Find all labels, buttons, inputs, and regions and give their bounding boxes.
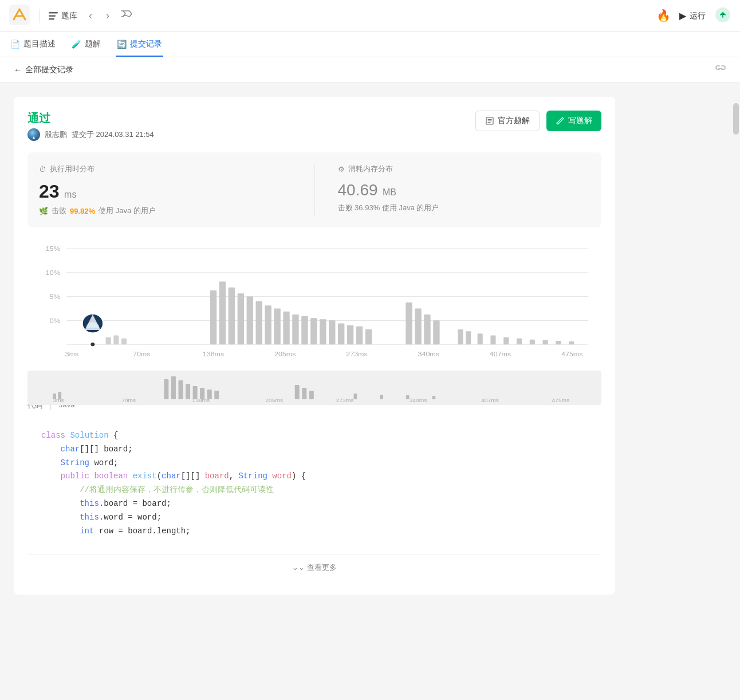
- tab-bar: 📄 题目描述 🧪 题解 🔄 提交记录: [0, 32, 740, 57]
- shuffle-icon[interactable]: [121, 10, 132, 22]
- svg-rect-46: [517, 339, 522, 344]
- run-play-icon: ▶: [679, 10, 686, 21]
- svg-text:407ms: 407ms: [481, 398, 499, 402]
- svg-rect-73: [302, 388, 306, 399]
- svg-rect-67: [186, 384, 190, 399]
- run-label: 运行: [690, 11, 706, 21]
- submission-card: 通过 殷志鹏 提交于 2024.03.31 21:54 官方题解 写题解: [14, 97, 615, 595]
- svg-rect-48: [543, 340, 548, 344]
- streak-icon[interactable]: 🔥: [654, 7, 670, 25]
- svg-rect-75: [354, 394, 357, 399]
- code-line-8: int row = board.length;: [41, 525, 588, 538]
- svg-text:475ms: 475ms: [561, 351, 583, 358]
- svg-rect-65: [171, 376, 176, 399]
- mem-value: 40.69: [338, 181, 378, 199]
- svg-rect-21: [229, 288, 235, 344]
- svg-rect-45: [503, 337, 509, 345]
- official-solution-label: 官方题解: [498, 116, 530, 126]
- submission-meta: 殷志鹏 提交于 2024.03.31 21:54: [27, 128, 154, 141]
- time-beat-desc: 使用 Java 的用户: [99, 206, 156, 216]
- svg-text:🔥: 🔥: [656, 9, 670, 22]
- svg-text:407ms: 407ms: [490, 351, 511, 358]
- svg-rect-2: [49, 15, 56, 17]
- svg-rect-32: [329, 320, 335, 344]
- upload-icon[interactable]: [715, 7, 731, 25]
- svg-rect-20: [219, 281, 226, 344]
- tab-description[interactable]: 📄 题目描述: [9, 32, 57, 57]
- next-arrow[interactable]: ›: [104, 7, 112, 24]
- avatar: [27, 128, 40, 141]
- mem-beat-row: 击败 36.93% 使用 Java 的用户: [338, 203, 591, 213]
- mem-stats: ⚙ 消耗内存分布 40.69 MB 击败 36.93% 使用 Java 的用户: [315, 164, 591, 216]
- svg-text:3ms: 3ms: [53, 398, 64, 402]
- svg-rect-76: [380, 395, 383, 399]
- svg-rect-29: [301, 316, 308, 344]
- svg-rect-43: [478, 333, 483, 344]
- status-label: 通过: [27, 111, 154, 126]
- svg-text:340ms: 340ms: [410, 398, 427, 402]
- code-line-2: char[][] board;: [41, 443, 588, 457]
- problem-bank-nav[interactable]: 题库: [49, 11, 77, 21]
- svg-rect-71: [214, 391, 219, 399]
- svg-text:138ms: 138ms: [203, 351, 225, 358]
- tab-solution-label: 题解: [85, 39, 101, 49]
- write-solution-button[interactable]: 写题解: [546, 111, 601, 131]
- link-icon[interactable]: [715, 63, 726, 77]
- submission-status: 通过 殷志鹏 提交于 2024.03.31 21:54: [27, 111, 154, 141]
- main-content: 通过 殷志鹏 提交于 2024.03.31 21:54 官方题解 写题解: [0, 83, 740, 700]
- svg-rect-64: [164, 379, 168, 399]
- svg-rect-22: [238, 293, 244, 344]
- svg-rect-30: [310, 318, 317, 344]
- svg-rect-26: [274, 308, 280, 344]
- code-block: class Solution { char[][] board; String …: [27, 418, 601, 549]
- scrollbar[interactable]: [733, 103, 739, 135]
- prev-arrow[interactable]: ‹: [86, 7, 95, 24]
- svg-rect-35: [356, 327, 363, 344]
- mem-unit: MB: [383, 187, 396, 197]
- svg-rect-17: [113, 336, 119, 345]
- svg-text:273ms: 273ms: [336, 398, 354, 402]
- see-more-button[interactable]: ⌄⌄ 查看更多: [27, 554, 601, 581]
- official-solution-button[interactable]: 官方题解: [475, 111, 540, 131]
- svg-rect-66: [178, 380, 183, 399]
- svg-rect-23: [247, 297, 253, 345]
- svg-rect-0: [9, 5, 30, 25]
- mem-value-row: 40.69 MB: [338, 181, 591, 199]
- svg-rect-72: [295, 385, 300, 399]
- svg-rect-19: [210, 290, 217, 344]
- time-icon: ⏱: [39, 165, 46, 174]
- svg-text:475ms: 475ms: [552, 398, 569, 402]
- svg-rect-78: [432, 396, 436, 399]
- app-logo[interactable]: [9, 5, 30, 27]
- svg-text:340ms: 340ms: [418, 351, 439, 358]
- svg-rect-39: [424, 314, 430, 344]
- code-line-6: this.board = board;: [41, 497, 588, 511]
- tab-submissions[interactable]: 🔄 提交记录: [116, 32, 163, 57]
- mem-icon: ⚙: [338, 165, 345, 174]
- chart-mini-overview: 3ms 70ms 138ms 205ms 273ms 340ms 407ms 4…: [27, 371, 601, 405]
- stats-box: ⏱ 执行用时分布 23 ms 🌿 击败 99.82% 使用 Java 的用户 ⚙: [27, 152, 601, 227]
- svg-rect-42: [466, 331, 471, 344]
- time-label: ⏱ 执行用时分布: [39, 164, 292, 174]
- time-value-row: 23 ms: [39, 181, 292, 202]
- mem-beat-text: 击败 36.93% 使用 Java 的用户: [338, 203, 439, 213]
- tab-solution[interactable]: 🧪 题解: [70, 32, 102, 57]
- svg-text:273ms: 273ms: [346, 351, 368, 358]
- svg-point-53: [90, 343, 95, 346]
- svg-text:70ms: 70ms: [121, 398, 136, 402]
- submissions-icon: 🔄: [117, 40, 127, 49]
- svg-text:70ms: 70ms: [133, 351, 151, 358]
- back-to-submissions[interactable]: ← 全部提交记录: [14, 65, 73, 75]
- back-bar: ← 全部提交记录: [0, 57, 740, 83]
- svg-rect-34: [347, 325, 353, 344]
- svg-text:15%: 15%: [46, 245, 60, 253]
- svg-rect-40: [433, 320, 439, 344]
- svg-rect-3: [49, 18, 54, 20]
- solution-icon: 🧪: [72, 40, 81, 49]
- beat-leaf-icon: 🌿: [39, 207, 48, 215]
- svg-text:138ms: 138ms: [192, 398, 210, 402]
- author-name: 殷志鹏: [45, 129, 67, 140]
- time-unit: ms: [64, 190, 76, 199]
- run-button[interactable]: ▶ 运行: [679, 10, 706, 21]
- time-beat-pct: 99.82%: [70, 207, 95, 215]
